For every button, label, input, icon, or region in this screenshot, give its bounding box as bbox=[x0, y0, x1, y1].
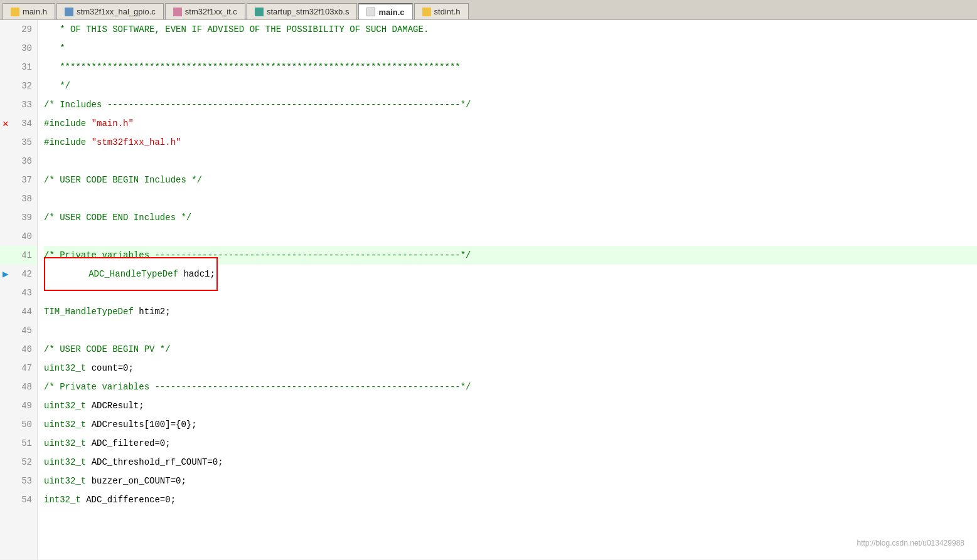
editor: 29 30 31 32 33 ✕ 34 35 36 37 38 39 40 41… bbox=[0, 20, 977, 559]
tab-icon-main-h bbox=[11, 8, 19, 16]
code-line-32: */ bbox=[44, 77, 977, 95]
code-line-53: uint32_t buzzer_on_COUNT=0; bbox=[44, 472, 977, 490]
tab-icon-main-c bbox=[366, 8, 375, 16]
gutter-53: 53 bbox=[0, 472, 37, 490]
gutter-40: 40 bbox=[0, 227, 37, 246]
gutter-33: 33 bbox=[0, 95, 37, 114]
code-line-52: uint32_t ADC_threshold_rf_COUNT=0; bbox=[44, 453, 977, 472]
code-line-40 bbox=[44, 227, 977, 246]
tab-main-h[interactable]: main.h bbox=[3, 3, 55, 19]
code-line-35: #include "stm32f1xx_hal.h" bbox=[44, 133, 977, 152]
code-line-36 bbox=[44, 152, 977, 171]
tab-label-main-c: main.c bbox=[378, 8, 404, 17]
tab-label-main-h: main.h bbox=[23, 7, 47, 16]
code-line-47: uint32_t count=0; bbox=[44, 359, 977, 378]
gutter-35: 35 bbox=[0, 133, 37, 152]
gutter-44: 44 bbox=[0, 302, 37, 321]
code-line-31: ****************************************… bbox=[44, 58, 977, 77]
gutter-37: 37 bbox=[0, 171, 37, 189]
code-line-49: uint32_t ADCResult; bbox=[44, 396, 977, 415]
tab-stm32-it[interactable]: stm32f1xx_it.c bbox=[165, 3, 245, 19]
tab-startup[interactable]: startup_stm32f103xb.s bbox=[247, 3, 358, 19]
gutter-29: 29 bbox=[0, 20, 37, 39]
gutter-38: 38 bbox=[0, 189, 37, 208]
tab-icon-startup bbox=[255, 8, 264, 16]
gutter-54: 54 bbox=[0, 490, 37, 509]
tab-icon-gpio bbox=[65, 8, 73, 16]
gutter-43: 43 bbox=[0, 283, 37, 302]
code-line-37: /* USER CODE BEGIN Includes */ bbox=[44, 171, 977, 189]
code-area[interactable]: * OF THIS SOFTWARE, EVEN IF ADVISED OF T… bbox=[38, 20, 977, 559]
gutter-48: 48 bbox=[0, 378, 37, 396]
gutter-47: 47 bbox=[0, 359, 37, 378]
tab-label-stdint: stdint.h bbox=[434, 7, 461, 16]
gutter-30: 30 bbox=[0, 39, 37, 58]
tab-main-c[interactable]: main.c bbox=[358, 3, 412, 19]
watermark: http://blog.csdn.net/u013429988 bbox=[857, 539, 964, 547]
gutter-41: 41 bbox=[0, 246, 37, 265]
code-line-54: int32_t ADC_difference=0; bbox=[44, 490, 977, 509]
code-line-51: uint32_t ADC_filtered=0; bbox=[44, 434, 977, 453]
tab-stdint[interactable]: stdint.h bbox=[414, 3, 469, 19]
code-line-33: /* Includes ----------------------------… bbox=[44, 95, 977, 114]
gutter-31: 31 bbox=[0, 58, 37, 77]
code-line-43 bbox=[44, 283, 977, 302]
code-line-50: uint32_t ADCresults[100]={0}; bbox=[44, 415, 977, 434]
code-line-42: ADC_HandleTypeDef hadc1; bbox=[44, 265, 977, 283]
gutter-34: ✕ 34 bbox=[0, 114, 37, 133]
code-line-38 bbox=[44, 189, 977, 208]
tab-stm32-gpio[interactable]: stm32f1xx_hal_gpio.c bbox=[56, 3, 164, 19]
code-line-44: TIM_HandleTypeDef htim2; bbox=[44, 302, 977, 321]
code-line-46: /* USER CODE BEGIN PV */ bbox=[44, 340, 977, 359]
gutter-32: 32 bbox=[0, 77, 37, 95]
code-line-30: * bbox=[44, 39, 977, 58]
line-number-gutter: 29 30 31 32 33 ✕ 34 35 36 37 38 39 40 41… bbox=[0, 20, 38, 559]
tab-label-startup: startup_stm32f103xb.s bbox=[267, 7, 350, 16]
gutter-52: 52 bbox=[0, 453, 37, 472]
gutter-39: 39 bbox=[0, 208, 37, 227]
gutter-45: 45 bbox=[0, 321, 37, 340]
code-line-34: #include "main.h" bbox=[44, 114, 977, 133]
code-line-29: * OF THIS SOFTWARE, EVEN IF ADVISED OF T… bbox=[44, 20, 977, 39]
arrow-marker-42: ▶ bbox=[3, 268, 9, 280]
code-line-39: /* USER CODE END Includes */ bbox=[44, 208, 977, 227]
tab-bar: main.h stm32f1xx_hal_gpio.c stm32f1xx_it… bbox=[0, 0, 977, 20]
gutter-51: 51 bbox=[0, 434, 37, 453]
tab-icon-it bbox=[173, 8, 182, 16]
tab-icon-stdint bbox=[422, 8, 431, 16]
error-marker-34: ✕ bbox=[3, 117, 9, 130]
code-line-48: /* Private variables -------------------… bbox=[44, 378, 977, 396]
gutter-50: 50 bbox=[0, 415, 37, 434]
gutter-46: 46 bbox=[0, 340, 37, 359]
tab-label-gpio: stm32f1xx_hal_gpio.c bbox=[77, 7, 156, 16]
gutter-49: 49 bbox=[0, 396, 37, 415]
gutter-36: 36 bbox=[0, 152, 37, 171]
gutter-42: ▶ 42 bbox=[0, 265, 37, 283]
code-line-45 bbox=[44, 321, 977, 340]
tab-label-it: stm32f1xx_it.c bbox=[185, 7, 237, 16]
